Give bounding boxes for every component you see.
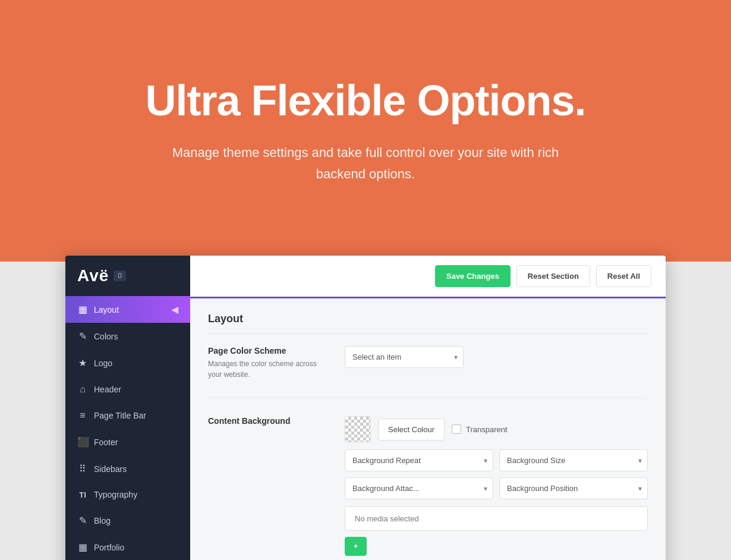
sidebar: Avë 0 ▦ Layout ◀ ✎ Colors ★ Logo (65, 256, 190, 560)
sidebar-item-page-title-bar[interactable]: ≡ Page Title Bar (65, 402, 190, 429)
media-selector: No media selected (345, 506, 648, 531)
logo-icon: ★ (77, 357, 88, 369)
hero-section: Ultra Flexible Options. Manage theme set… (0, 0, 731, 262)
page-color-scheme-description: Manages the color scheme across your web… (208, 358, 327, 380)
blog-icon: ✎ (77, 515, 88, 526)
sidebar-label-portfolio: Portfolio (94, 543, 124, 552)
sidebars-icon: ⠿ (77, 463, 88, 474)
bg-position-select[interactable]: Background Position (499, 477, 648, 499)
sidebar-label-typography: Typography (94, 490, 137, 499)
sidebar-label-layout: Layout (94, 305, 119, 314)
page-color-scheme-label: Page Color Scheme (208, 346, 327, 355)
transparent-label: Transparent (466, 425, 508, 434)
sidebar-label-colors: Colors (94, 332, 118, 341)
color-swatch[interactable] (345, 416, 371, 442)
section-title: Layout (208, 313, 648, 334)
sidebar-logo: Avë 0 (65, 256, 190, 296)
reset-all-button[interactable]: Reset All (596, 265, 651, 287)
colors-icon: ✎ (77, 331, 88, 342)
header-icon: ⌂ (77, 384, 88, 395)
sidebar-label-footer: Footer (94, 438, 118, 447)
sidebar-label-logo: Logo (94, 358, 112, 368)
bg-attach-select-wrapper: Background Attac... ▾ (345, 477, 493, 499)
typography-icon: TI (77, 490, 88, 499)
content-background-row: Content Background Select Colour Transp (208, 416, 648, 560)
footer-icon: ⬛ (77, 436, 88, 448)
sidebar-label-sidebars: Sidebars (94, 464, 127, 474)
portfolio-icon: ▦ (77, 542, 88, 553)
transparent-checkbox[interactable] (452, 424, 461, 434)
color-picker-row: Select Colour Transparent (345, 416, 648, 442)
toolbar: Save Changes Reset Section Reset All (190, 256, 666, 298)
sidebar-item-portfolio[interactable]: ▦ Portfolio (65, 534, 190, 560)
bg-repeat-select[interactable]: Background Repeat (345, 449, 493, 471)
main-content: Save Changes Reset Section Reset All Lay… (190, 256, 666, 560)
background-dropdowns: Background Repeat ▾ Background Size ▾ (345, 449, 648, 499)
bg-attach-select[interactable]: Background Attac... (345, 477, 493, 499)
sidebar-label-blog: Blog (94, 516, 111, 526)
logo-text: Avë (77, 266, 109, 285)
bg-repeat-select-wrapper: Background Repeat ▾ (345, 449, 493, 471)
save-changes-button[interactable]: Save Changes (435, 265, 511, 287)
sidebar-arrow-layout: ◀ (171, 304, 178, 315)
sidebar-item-layout[interactable]: ▦ Layout ◀ (65, 296, 190, 323)
sidebar-item-typography[interactable]: TI Typography (65, 482, 190, 507)
sidebar-item-colors[interactable]: ✎ Colors (65, 323, 190, 350)
sidebar-label-page-title-bar: Page Title Bar (94, 411, 146, 420)
hero-subtitle: Manage theme settings and take full cont… (157, 142, 574, 184)
hero-title: Ultra Flexible Options. (145, 77, 585, 124)
page-color-scheme-select-wrapper: Select an item ▾ (345, 346, 464, 368)
sidebar-label-header: Header (94, 385, 121, 394)
page-color-scheme-row: Page Color Scheme Manages the color sche… (208, 346, 648, 398)
sidebar-item-footer[interactable]: ⬛ Footer (65, 429, 190, 455)
bg-size-select-wrapper: Background Size ▾ (499, 449, 648, 471)
select-colour-button[interactable]: Select Colour (378, 419, 445, 441)
logo-badge: 0 (114, 270, 126, 281)
no-media-label: No media selected (355, 514, 419, 523)
sidebar-item-sidebars[interactable]: ⠿ Sidebars (65, 455, 190, 482)
sidebar-item-header[interactable]: ⌂ Header (65, 376, 190, 402)
page-color-scheme-select[interactable]: Select an item (345, 346, 464, 368)
sidebar-item-logo[interactable]: ★ Logo (65, 350, 190, 376)
upload-button[interactable]: + (345, 537, 367, 556)
content-background-label: Content Background (208, 416, 327, 426)
page-title-bar-icon: ≡ (77, 410, 88, 421)
bg-position-select-wrapper: Background Position ▾ (499, 477, 648, 499)
transparent-row: Transparent (452, 424, 508, 434)
admin-panel: Avë 0 ▦ Layout ◀ ✎ Colors ★ Logo (65, 256, 666, 560)
content-area: Layout Page Color Scheme Manages the col… (190, 298, 666, 560)
reset-section-button[interactable]: Reset Section (516, 265, 590, 287)
layout-icon: ▦ (77, 304, 88, 315)
sidebar-item-blog[interactable]: ✎ Blog (65, 507, 190, 534)
bg-size-select[interactable]: Background Size (499, 449, 648, 471)
